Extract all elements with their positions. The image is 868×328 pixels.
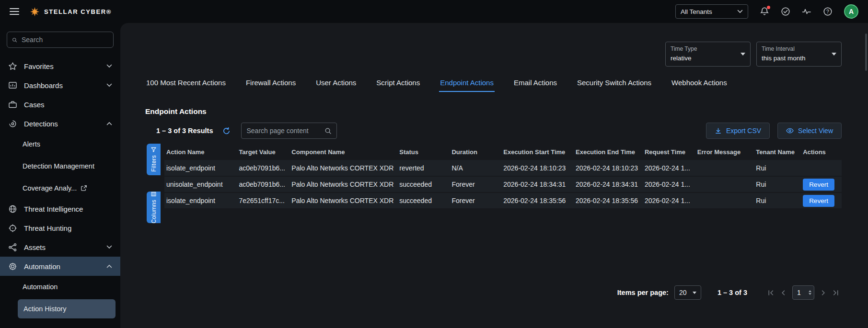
tenant-selector-value: All Tenants bbox=[681, 8, 712, 15]
pagination: Items per page: 20 1 – 3 of 3 bbox=[617, 285, 839, 300]
column-header[interactable]: Execution End Time bbox=[574, 144, 643, 160]
tab-100-most-recent-actions[interactable]: 100 Most Recent Actions bbox=[145, 75, 227, 92]
time-type-label: Time Type bbox=[671, 45, 738, 52]
number-spinner[interactable] bbox=[809, 290, 811, 295]
sidebar-item-dashboards[interactable]: Dashboards bbox=[0, 76, 120, 95]
tab-security-switch-actions[interactable]: Security Switch Actions bbox=[576, 75, 652, 92]
column-header[interactable]: Request Time bbox=[643, 144, 695, 160]
sidebar-item-detections[interactable]: Detections bbox=[0, 114, 120, 133]
revert-button[interactable]: Revert bbox=[803, 195, 834, 207]
page-number-field[interactable] bbox=[797, 289, 807, 296]
sidebar-item-favorites[interactable]: Favorites bbox=[0, 57, 120, 76]
column-header[interactable]: Duration bbox=[450, 144, 501, 160]
sidebar-search[interactable] bbox=[7, 32, 114, 48]
user-avatar[interactable]: A bbox=[844, 4, 858, 19]
tenant-selector[interactable]: All Tenants bbox=[675, 4, 748, 19]
activity-button[interactable] bbox=[802, 7, 811, 16]
tab-endpoint-actions[interactable]: Endpoint Actions bbox=[439, 75, 495, 92]
sidebar-item-automation-sub[interactable]: Automation bbox=[0, 276, 120, 298]
columns-tab[interactable]: Columns bbox=[147, 192, 161, 223]
column-header[interactable]: Component Name bbox=[289, 144, 397, 160]
menu-icon[interactable] bbox=[10, 8, 19, 15]
column-header[interactable]: Target Value bbox=[237, 144, 289, 160]
cell-component-name: Palo Alto Networks CORTEX XDR bbox=[289, 192, 397, 209]
page-content-search[interactable] bbox=[241, 123, 337, 139]
next-page-button[interactable] bbox=[820, 289, 827, 296]
sidebar-item-threat-intelligence[interactable]: Threat Intelligence bbox=[0, 199, 120, 218]
page-number-input[interactable] bbox=[792, 285, 814, 300]
revert-button[interactable]: Revert bbox=[803, 179, 834, 191]
cell-duration: Forever bbox=[450, 176, 501, 192]
export-csv-label: Export CSV bbox=[726, 127, 761, 135]
tab-email-actions[interactable]: Email Actions bbox=[513, 75, 558, 92]
column-header[interactable]: Error Message bbox=[695, 144, 754, 160]
refresh-button[interactable] bbox=[222, 127, 231, 135]
time-controls: Time Type relative Time Interval this pa… bbox=[665, 42, 842, 67]
tab-script-actions[interactable]: Script Actions bbox=[375, 75, 421, 92]
notifications-button[interactable] bbox=[760, 7, 769, 16]
logo-star-icon bbox=[30, 7, 40, 17]
column-header[interactable]: Actions bbox=[801, 144, 842, 160]
items-per-page-select[interactable]: 20 bbox=[674, 285, 701, 300]
table-header-row: Action Name Target Value Component Name … bbox=[164, 144, 842, 160]
cell-request-time: 2026-02-24 1... bbox=[643, 192, 695, 209]
cell-action-name: isolate_endpoint bbox=[164, 160, 237, 176]
table-zone: Filters Columns Action Name Target Value… bbox=[147, 144, 842, 223]
table-row[interactable]: unisolate_endpoint ac0eb7091b6... Palo A… bbox=[164, 176, 842, 192]
sidebar-item-coverage-analysis[interactable]: Coverage Analy... bbox=[0, 177, 120, 199]
cell-action-name: isolate_endpoint bbox=[164, 192, 237, 209]
eye-icon bbox=[786, 128, 794, 134]
sidebar-item-assets[interactable]: Assets bbox=[0, 238, 120, 257]
cell-error-message bbox=[695, 192, 754, 209]
tab-firewall-actions[interactable]: Firewall Actions bbox=[245, 75, 297, 92]
page-content-search-input[interactable] bbox=[246, 127, 321, 135]
sidebar-item-cases[interactable]: Cases bbox=[0, 95, 120, 114]
select-view-button[interactable]: Select View bbox=[777, 123, 842, 139]
cell-component-name: Palo Alto Networks CORTEX XDR bbox=[289, 176, 397, 192]
results-summary: 1 – 3 of 3 Results bbox=[156, 127, 213, 135]
caret-down-icon bbox=[693, 292, 696, 294]
external-link-icon bbox=[81, 185, 87, 192]
prev-page-button[interactable] bbox=[780, 289, 787, 296]
column-header[interactable]: Action Name bbox=[164, 144, 237, 160]
cell-target-value: 7e2651cff17c... bbox=[237, 192, 289, 209]
sidebar-search-input[interactable] bbox=[22, 36, 108, 44]
table-side-tabs: Filters Columns bbox=[147, 144, 161, 223]
sidebar-item-label: Favorites bbox=[24, 62, 54, 70]
sidebar-item-label: Alerts bbox=[23, 140, 40, 148]
tab-user-actions[interactable]: User Actions bbox=[315, 75, 357, 92]
sidebar-item-action-history[interactable]: Action History bbox=[18, 299, 116, 318]
cell-actions: Revert bbox=[801, 176, 842, 192]
table-row[interactable]: isolate_endpoint ac0eb7091b6... Palo Alt… bbox=[164, 160, 842, 176]
sidebar-item-label: Assets bbox=[24, 243, 46, 251]
export-csv-button[interactable]: Export CSV bbox=[706, 123, 770, 139]
briefcase-icon bbox=[8, 100, 17, 109]
cell-error-message bbox=[695, 160, 754, 176]
time-type-select[interactable]: Time Type relative bbox=[665, 42, 751, 67]
tab-webhook-actions[interactable]: Webhook Actions bbox=[671, 75, 728, 92]
sidebar-item-label: Automation bbox=[23, 283, 58, 291]
column-header[interactable]: Execution Start Time bbox=[501, 144, 574, 160]
first-page-button[interactable] bbox=[767, 289, 775, 296]
time-interval-select[interactable]: Time Interval this past month bbox=[756, 42, 842, 67]
sidebar-item-automation[interactable]: Automation bbox=[0, 257, 120, 276]
column-header[interactable]: Tenant Name bbox=[754, 144, 801, 160]
filters-tab[interactable]: Filters bbox=[147, 144, 161, 175]
columns-tab-label: Columns bbox=[150, 200, 157, 223]
table-row[interactable]: isolate_endpoint 7e2651cff17c... Palo Al… bbox=[164, 192, 842, 209]
sidebar-item-threat-hunting[interactable]: Threat Hunting bbox=[0, 218, 120, 238]
sidebar-item-detection-management[interactable]: Detection Management bbox=[0, 155, 120, 177]
tasks-button[interactable] bbox=[781, 7, 790, 16]
cell-tenant-name: Rui bbox=[754, 160, 801, 176]
scrollbar-thumb[interactable] bbox=[865, 34, 867, 71]
actions-tabs: 100 Most Recent Actions Firewall Actions… bbox=[145, 75, 728, 92]
sidebar-item-alerts[interactable]: Alerts bbox=[0, 133, 120, 155]
last-page-button[interactable] bbox=[832, 289, 839, 296]
network-nodes-icon bbox=[8, 243, 17, 252]
cell-request-time: 2026-02-24 1... bbox=[643, 176, 695, 192]
column-header[interactable]: Status bbox=[397, 144, 450, 160]
cell-execution-start-time: 2026-02-24 18:34:31 bbox=[501, 176, 574, 192]
sidebar-item-label: Threat Intelligence bbox=[24, 205, 83, 213]
sidebar-item-label: Coverage Analy... bbox=[23, 184, 77, 192]
help-button[interactable]: ? bbox=[823, 7, 833, 16]
